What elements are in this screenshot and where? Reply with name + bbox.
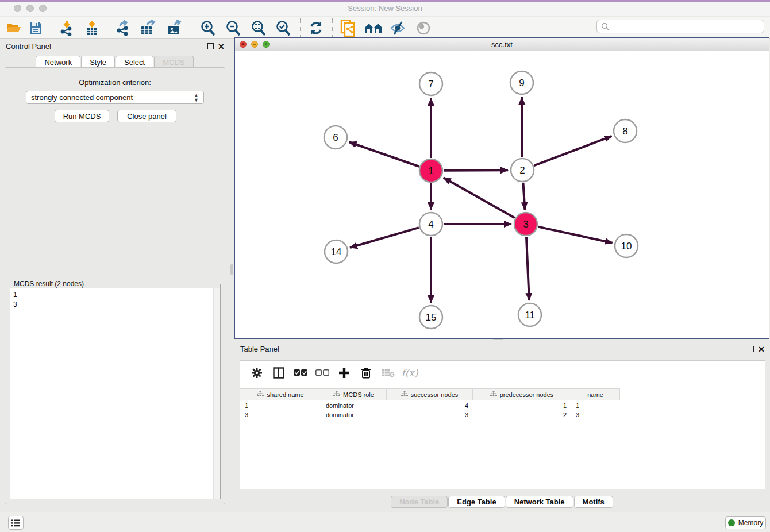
edge-4-14[interactable] xyxy=(350,228,419,248)
mcds-result-text[interactable]: 13 xyxy=(10,288,214,499)
tab-select[interactable]: Select xyxy=(116,56,153,68)
float-table-panel-icon[interactable] xyxy=(748,346,754,352)
delete-column-icon[interactable] xyxy=(355,364,377,382)
tab-network[interactable]: Network xyxy=(36,56,80,68)
cell-successor-nodes[interactable]: 4 xyxy=(387,402,473,411)
node-8[interactable]: 8 xyxy=(614,119,637,142)
network-canvas[interactable]: 7968124314101511 xyxy=(235,51,768,338)
edge-2-3[interactable] xyxy=(523,183,525,210)
edge-3-10[interactable] xyxy=(538,227,612,243)
toolbar-separator xyxy=(51,18,51,38)
table-panel-header: Table Panel ✕ xyxy=(234,342,770,357)
column-header-predecessor-nodes[interactable]: predecessor nodes xyxy=(473,388,571,400)
memory-button[interactable]: Memory xyxy=(725,516,766,529)
tab-style[interactable]: Style xyxy=(81,56,115,68)
memory-status-icon xyxy=(728,519,735,526)
column-header-mcds-role[interactable]: MCDS role xyxy=(321,388,387,400)
add-column-icon[interactable] xyxy=(333,364,355,382)
node-3[interactable]: 3 xyxy=(514,213,537,236)
edge-2-8[interactable] xyxy=(534,136,612,165)
network-view-window: ✕ − + scc.txt 7968124314101511 xyxy=(234,37,769,339)
task-history-button[interactable] xyxy=(8,516,24,530)
delete-table-icon[interactable] xyxy=(377,364,399,382)
apply-layout-icon[interactable] xyxy=(306,19,326,37)
export-network-icon[interactable] xyxy=(113,19,133,37)
save-session-icon[interactable] xyxy=(25,19,46,37)
cell-name[interactable]: 1 xyxy=(571,402,620,411)
open-session-icon[interactable] xyxy=(3,19,24,37)
import-network-icon[interactable] xyxy=(56,19,77,37)
edge-2-9[interactable] xyxy=(522,97,522,157)
hide-graphics-details-icon[interactable] xyxy=(387,19,408,37)
optimization-select[interactable]: strongly connected component ▲▼ xyxy=(26,91,204,104)
run-mcds-button[interactable]: Run MCDS xyxy=(55,110,109,122)
tab-edge-table[interactable]: Edge Table xyxy=(448,496,505,508)
export-image-icon[interactable] xyxy=(164,19,185,37)
column-header-label: MCDS role xyxy=(343,391,374,398)
table-header-row: shared nameMCDS rolesuccessor nodesprede… xyxy=(240,388,620,400)
close-panel-icon[interactable]: ✕ xyxy=(218,43,225,51)
tab-motifs[interactable]: Motifs xyxy=(574,496,613,508)
column-header-shared-name[interactable]: shared name xyxy=(240,388,321,400)
select-all-icon[interactable] xyxy=(290,364,311,382)
toolbar-separator xyxy=(107,18,107,38)
tab-network-table[interactable]: Network Table xyxy=(506,496,573,508)
tab-node-table[interactable]: Node Table xyxy=(391,496,448,508)
clone-network-icon[interactable] xyxy=(338,19,359,37)
node-9[interactable]: 9 xyxy=(510,71,533,94)
node-6[interactable]: 6 xyxy=(324,126,347,149)
cell-mcds-role[interactable]: dominator xyxy=(321,402,387,411)
home-icon[interactable] xyxy=(363,19,384,37)
split-panel-icon[interactable] xyxy=(268,364,290,382)
column-type-icon xyxy=(401,391,408,398)
edge-3-1[interactable] xyxy=(444,178,515,218)
app-title: Session: New Session xyxy=(0,4,770,13)
show-graphics-details-icon[interactable] xyxy=(413,19,434,37)
cell-name[interactable]: 3 xyxy=(571,411,620,420)
search-field[interactable] xyxy=(596,20,764,33)
table-row[interactable]: 1dominator411 xyxy=(240,402,620,411)
network-window-title: scc.txt xyxy=(235,40,769,49)
edge-1-2[interactable] xyxy=(444,170,508,171)
column-header-successor-nodes[interactable]: successor nodes xyxy=(387,388,473,400)
column-header-name[interactable]: name xyxy=(571,388,620,400)
cell-predecessor-nodes[interactable]: 2 xyxy=(473,411,571,420)
deselect-all-icon[interactable] xyxy=(311,364,333,382)
mcds-result-title: MCDS result (2 nodes) xyxy=(12,280,86,288)
edge-1-6[interactable] xyxy=(349,142,419,166)
node-10[interactable]: 10 xyxy=(615,234,638,257)
zoom-selected-icon[interactable] xyxy=(273,19,294,37)
column-type-icon xyxy=(490,391,497,398)
cell-successor-nodes[interactable]: 3 xyxy=(387,411,473,420)
node-7[interactable]: 7 xyxy=(419,72,442,95)
edge-3-11[interactable] xyxy=(526,237,529,300)
node-4[interactable]: 4 xyxy=(419,213,442,236)
import-table-icon[interactable] xyxy=(82,19,102,37)
cell-predecessor-nodes[interactable]: 1 xyxy=(473,402,571,411)
cell-shared-name[interactable]: 1 xyxy=(240,402,321,411)
tab-mcds[interactable]: MCDS xyxy=(154,56,193,68)
network-window-titlebar[interactable]: ✕ − + scc.txt xyxy=(235,38,769,51)
zoom-in-icon[interactable] xyxy=(198,19,218,37)
cell-shared-name[interactable]: 3 xyxy=(240,411,321,420)
close-panel-button[interactable]: Close panel xyxy=(117,110,176,122)
table-settings-icon[interactable] xyxy=(246,364,268,382)
cell-mcds-role[interactable]: dominator xyxy=(321,411,387,420)
list-icon xyxy=(11,519,20,527)
zoom-fit-icon[interactable] xyxy=(248,19,269,37)
node-14[interactable]: 14 xyxy=(325,240,348,263)
node-1[interactable]: 1 xyxy=(419,159,442,182)
float-panel-icon[interactable] xyxy=(207,43,214,49)
zoom-out-icon[interactable] xyxy=(223,19,244,37)
search-input[interactable] xyxy=(611,21,764,32)
node-15[interactable]: 15 xyxy=(419,306,442,329)
vertical-splitter-handle[interactable] xyxy=(230,264,233,275)
node-11[interactable]: 11 xyxy=(518,303,541,326)
result-scrollbar[interactable] xyxy=(213,288,220,499)
node-2[interactable]: 2 xyxy=(511,159,534,182)
function-builder-icon[interactable]: f(x) xyxy=(399,364,421,382)
export-table-icon[interactable] xyxy=(138,19,159,37)
column-header-label: successor nodes xyxy=(411,391,459,398)
close-table-panel-icon[interactable]: ✕ xyxy=(758,345,765,353)
table-row[interactable]: 3dominator323 xyxy=(240,411,620,420)
